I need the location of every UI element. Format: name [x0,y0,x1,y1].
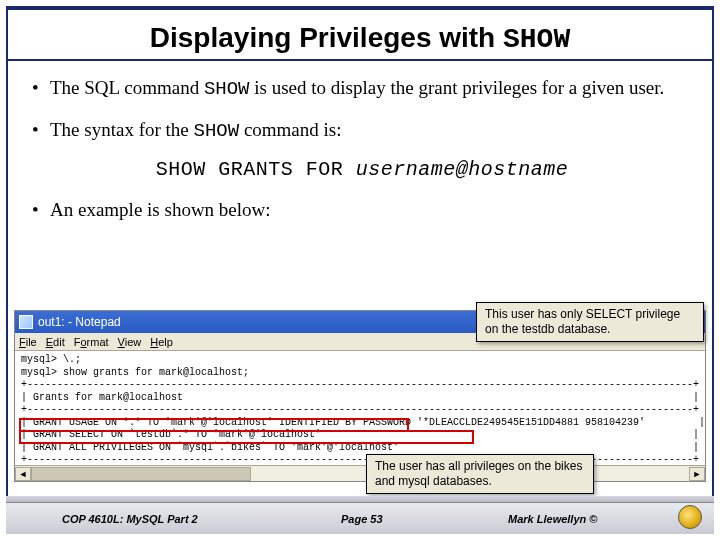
b1-code: SHOW [204,78,250,100]
notepad-body[interactable]: mysql> \.; mysql> show grants for mark@l… [15,351,705,465]
title-rule-top [6,6,714,10]
b1-post: is used to display the grant privileges … [250,77,665,98]
footer-course: COP 4610L: MySQL Part 2 [62,513,198,525]
notepad-title-text: out1: - Notepad [38,315,121,329]
slide-footer: COP 4610L: MySQL Part 2 Page 53 Mark Lle… [6,502,714,534]
b2-post: command is: [239,119,341,140]
b2-code: SHOW [194,120,240,142]
scroll-left-arrow[interactable]: ◄ [15,467,31,481]
bullet-3: An example is shown below: [32,197,692,223]
footer-page: Page 53 [341,513,383,525]
ucf-logo [678,505,702,529]
callout-select-privilege: This user has only SELECT privilege on t… [476,302,704,342]
b1-pre: The SQL command [50,77,204,98]
b2-pre: The syntax for the [50,119,194,140]
bullet-2: The syntax for the SHOW command is: [32,117,692,145]
menu-view[interactable]: View [118,336,142,348]
menu-help[interactable]: Help [150,336,173,348]
callout-all-privileges: The user has all privileges on the bikes… [366,454,594,494]
footer-author: Mark Llewellyn © [508,513,597,525]
menu-file[interactable]: File [19,336,37,348]
menu-edit[interactable]: Edit [46,336,65,348]
scroll-right-arrow[interactable]: ► [689,467,705,481]
bullet-1: The SQL command SHOW is used to display … [32,75,692,103]
bullet-list-2: An example is shown below: [32,197,692,223]
horizontal-scrollbar[interactable]: ◄ ► [15,465,705,481]
scroll-thumb[interactable] [31,467,251,481]
notepad-icon [19,315,33,329]
content-area: The SQL command SHOW is used to display … [0,61,720,223]
menu-format[interactable]: Format [74,336,109,348]
